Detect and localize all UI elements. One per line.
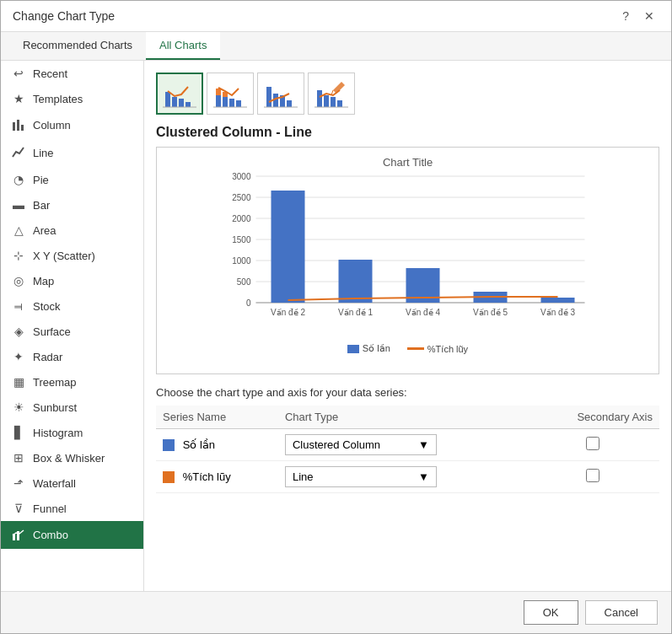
- series-color-so-lan: [163, 439, 175, 451]
- tab-recommended[interactable]: Recommended Charts: [9, 32, 146, 60]
- chart-preview: Chart Title 3000 2500 2000 1500: [156, 147, 659, 374]
- svg-rect-8: [185, 102, 191, 107]
- sidebar-item-line[interactable]: Line: [1, 139, 143, 167]
- dialog-title: Change Chart Type: [13, 9, 115, 23]
- legend-item-tich-luy: %Tích lũy: [407, 343, 468, 354]
- sidebar-item-radar[interactable]: ✦ Radar: [1, 344, 143, 369]
- radar-icon: ✦: [11, 350, 26, 363]
- dropdown-arrow-so-lan: ▼: [418, 438, 429, 451]
- sidebar-label-histogram: Histogram: [33, 427, 83, 439]
- tab-all-charts[interactable]: All Charts: [146, 32, 220, 60]
- legend-label-so-lan: Số lần: [363, 343, 390, 354]
- secondary-axis-checkbox-tich-luy[interactable]: [586, 469, 599, 482]
- svg-rect-17: [266, 87, 271, 107]
- svg-text:Vấn đề 4: Vấn đề 4: [406, 308, 440, 317]
- svg-rect-1: [17, 120, 19, 131]
- area-icon: △: [11, 223, 26, 237]
- svg-text:2000: 2000: [232, 214, 251, 223]
- series-row-tich-luy: %Tích lũy Line ▼: [156, 461, 659, 493]
- legend-line-tich-luy: [407, 347, 424, 350]
- svg-rect-24: [331, 97, 336, 107]
- sidebar-item-waterfall[interactable]: ⬏ Waterfall: [1, 470, 143, 496]
- chart-icon-btn-stacked-line[interactable]: [207, 73, 254, 115]
- sidebar-item-column[interactable]: Column: [1, 111, 143, 139]
- svg-rect-2: [21, 125, 24, 131]
- combo-icon: [11, 527, 26, 543]
- templates-icon: ★: [11, 92, 26, 105]
- col-header-secondary-axis: Secondary Axis: [526, 406, 659, 429]
- svg-text:0: 0: [246, 298, 251, 308]
- series-section-label: Choose the chart type and axis for your …: [156, 386, 659, 399]
- sidebar-label-boxwhisker: Box & Whisker: [33, 452, 105, 465]
- sidebar: ↩ Recent ★ Templates Column Line ◔: [1, 61, 144, 591]
- chart-type-value-so-lan: Clustered Column: [293, 438, 380, 451]
- secondary-axis-checkbox-so-lan[interactable]: [586, 437, 599, 450]
- chart-type-dropdown-so-lan[interactable]: Clustered Column ▼: [285, 434, 437, 455]
- sidebar-item-funnel[interactable]: ⊽ Funnel: [1, 496, 143, 521]
- col-header-series-name: Series Name: [156, 406, 278, 429]
- svg-text:500: 500: [237, 277, 251, 287]
- sidebar-item-templates[interactable]: ★ Templates: [1, 86, 143, 111]
- tabs-row: Recommended Charts All Charts: [1, 32, 671, 61]
- sidebar-item-combo[interactable]: Combo: [1, 521, 143, 549]
- help-button[interactable]: ?: [617, 8, 634, 24]
- dropdown-arrow-tich-luy: ▼: [418, 470, 429, 483]
- legend-color-so-lan: [347, 345, 359, 353]
- sidebar-item-area[interactable]: △ Area: [1, 218, 143, 243]
- svg-rect-44: [271, 191, 305, 303]
- ok-button[interactable]: OK: [524, 600, 578, 625]
- svg-text:1000: 1000: [232, 256, 251, 266]
- treemap-icon: ▦: [11, 375, 26, 389]
- close-button[interactable]: ✕: [639, 8, 659, 24]
- svg-rect-45: [339, 260, 373, 303]
- right-panel: Clustered Column - Line Chart Title 3000: [144, 61, 671, 591]
- sidebar-label-surface: Surface: [33, 325, 71, 338]
- histogram-icon: ▋: [11, 426, 26, 439]
- chart-icon-btn-clustered-line2[interactable]: [257, 73, 304, 115]
- svg-rect-12: [223, 97, 228, 107]
- sidebar-label-templates: Templates: [33, 93, 83, 105]
- sidebar-item-histogram[interactable]: ▋ Histogram: [1, 420, 143, 445]
- chart-type-value-tich-luy: Line: [293, 470, 314, 483]
- sidebar-item-stock[interactable]: ⫤ Stock: [1, 293, 143, 319]
- funnel-icon: ⊽: [11, 502, 26, 515]
- svg-rect-7: [179, 99, 184, 107]
- boxwhisker-icon: ⊞: [11, 451, 26, 465]
- line-icon: [11, 145, 26, 161]
- column-icon: [11, 117, 26, 133]
- sidebar-item-scatter[interactable]: ⊹ X Y (Scatter): [1, 243, 143, 268]
- chart-icon-btn-custom[interactable]: [308, 73, 355, 115]
- chart-icon-btn-clustered-line[interactable]: [156, 73, 203, 115]
- chart-legend: Số lần %Tích lũy: [165, 343, 650, 354]
- svg-rect-11: [216, 89, 221, 95]
- series-color-tich-luy: [163, 471, 175, 483]
- chart-type-dropdown-tich-luy[interactable]: Line ▼: [285, 466, 437, 487]
- title-bar: Change Chart Type ? ✕: [1, 1, 671, 32]
- sidebar-label-combo: Combo: [33, 529, 68, 541]
- recent-icon: ↩: [11, 67, 26, 80]
- sidebar-item-map[interactable]: ◎ Map: [1, 268, 143, 293]
- bar-icon: ▬: [11, 198, 26, 212]
- svg-text:2500: 2500: [232, 193, 251, 202]
- svg-text:3000: 3000: [232, 172, 251, 181]
- chart-subtitle: Clustered Column - Line: [156, 125, 659, 140]
- title-bar-controls: ? ✕: [617, 8, 659, 24]
- sunburst-icon: ☀: [11, 400, 26, 414]
- sidebar-item-boxwhisker[interactable]: ⊞ Box & Whisker: [1, 445, 143, 470]
- sidebar-label-funnel: Funnel: [33, 502, 67, 515]
- series-row-so-lan: Số lần Clustered Column ▼: [156, 429, 659, 461]
- sidebar-label-pie: Pie: [33, 174, 49, 186]
- sidebar-item-sunburst[interactable]: ☀ Sunburst: [1, 395, 143, 420]
- col-header-chart-type: Chart Type: [278, 406, 526, 429]
- sidebar-label-treemap: Treemap: [33, 376, 77, 389]
- cancel-button[interactable]: Cancel: [585, 600, 658, 625]
- svg-rect-25: [337, 100, 342, 107]
- sidebar-item-bar[interactable]: ▬ Bar: [1, 192, 143, 218]
- sidebar-item-recent[interactable]: ↩ Recent: [1, 61, 143, 86]
- sidebar-item-pie[interactable]: ◔ Pie: [1, 167, 143, 192]
- sidebar-label-sunburst: Sunburst: [33, 401, 77, 414]
- svg-rect-23: [324, 95, 329, 107]
- sidebar-item-surface[interactable]: ◈ Surface: [1, 319, 143, 344]
- sidebar-item-treemap[interactable]: ▦ Treemap: [1, 369, 143, 395]
- svg-rect-22: [317, 90, 322, 107]
